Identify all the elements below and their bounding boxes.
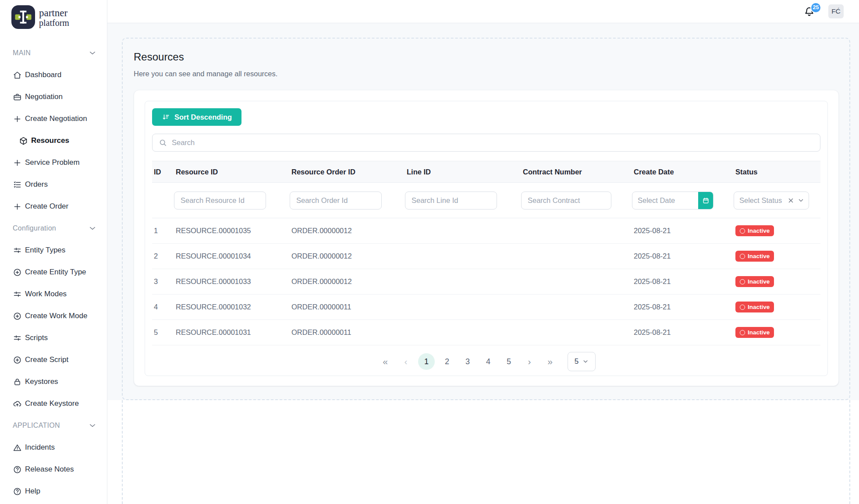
sidebar-item-create-negotiation[interactable]: Create Negotiation: [0, 108, 107, 130]
brand-name: partner platform: [39, 5, 69, 28]
cell-line-id: [405, 269, 521, 295]
status-circle-icon: [740, 305, 745, 310]
notification-count-badge: 25: [810, 2, 821, 13]
page-button-1[interactable]: 1: [418, 353, 435, 370]
status-circle-icon: [740, 228, 745, 234]
sidebar-item-label: Scripts: [25, 334, 48, 342]
question-icon: [13, 465, 22, 474]
cell-create-date: 2025-08-21: [632, 295, 734, 320]
cell-create-date: 2025-08-21: [632, 320, 734, 345]
cell-status: Inactive: [734, 244, 820, 269]
sidebar-item-create-keystore[interactable]: Create Keystore: [0, 393, 107, 415]
content-background: Resources Here you can see and manage al…: [107, 23, 859, 400]
sidebar-section-header[interactable]: Configuration: [0, 217, 107, 239]
table-search: [152, 134, 820, 152]
sidebar-item-label: Service Problem: [25, 158, 80, 167]
router-outlet-container: Resources Here you can see and manage al…: [122, 38, 850, 400]
sidebar-item-create-work-mode[interactable]: Create Work Mode: [0, 305, 107, 327]
notifications-button[interactable]: 25: [803, 6, 815, 18]
sidebar-item-help[interactable]: Help: [0, 480, 107, 502]
sidebar-section-header[interactable]: APPLICATION: [0, 415, 107, 437]
sidebar-item-work-modes[interactable]: Work Modes: [0, 283, 107, 305]
page-button-4[interactable]: 4: [480, 353, 497, 370]
sidebar-item-label: Release Notes: [25, 465, 74, 474]
sort-descending-button[interactable]: Sort Descending: [152, 108, 241, 126]
pagination: « ‹ 12345 › » 5: [152, 352, 820, 371]
chevron-down-icon: [582, 358, 589, 365]
page-button-5[interactable]: 5: [500, 353, 517, 370]
column-header-resource-order-id: Resource Order ID: [290, 161, 405, 183]
next-page-button[interactable]: ›: [521, 353, 538, 370]
column-header-line-id: Line ID: [405, 161, 521, 183]
sidebar-item-service-problem[interactable]: Service Problem: [0, 152, 107, 174]
chevron-down-icon: [89, 49, 96, 57]
sidebar-section: Configuration Entity Types Create Entity…: [0, 217, 107, 415]
previous-page-button[interactable]: ‹: [398, 353, 414, 370]
list-icon: [13, 180, 22, 189]
table-row: 2 RESOURCE.00001034 ORDER.00000012 2025-…: [152, 244, 820, 269]
column-header-create-date: Create Date: [632, 161, 734, 183]
cell-status: Inactive: [734, 295, 820, 320]
column-header-id: ID: [152, 161, 174, 183]
sidebar-item-create-script[interactable]: Create Script: [0, 349, 107, 371]
user-avatar[interactable]: FĆ: [828, 4, 844, 18]
home-icon: [13, 71, 22, 80]
sidebar-item-keystores[interactable]: Keystores: [0, 371, 107, 393]
sidebar-item-negotiation[interactable]: Negotiation: [0, 86, 107, 108]
status-badge: Inactive: [735, 327, 774, 338]
cell-create-date: 2025-08-21: [632, 218, 734, 244]
sidebar-section-header[interactable]: MAIN: [0, 42, 107, 64]
topbar: 25 FĆ: [107, 0, 859, 23]
plus-circle-icon: [13, 312, 22, 321]
sidebar-item-orders[interactable]: Orders: [0, 174, 107, 195]
table-row: 4 RESOURCE.00001032 ORDER.00000011 2025-…: [152, 295, 820, 320]
filter-line-id-input[interactable]: [405, 192, 497, 209]
sidebar-item-create-order[interactable]: Create Order: [0, 195, 107, 217]
search-input[interactable]: [172, 138, 814, 147]
page-button-3[interactable]: 3: [459, 353, 476, 370]
page-size-select[interactable]: 5: [568, 352, 596, 371]
filter-order-id-input[interactable]: [290, 192, 382, 209]
sliders-icon: [13, 246, 22, 255]
sidebar-item-resources[interactable]: Resources: [0, 130, 107, 152]
table-row: 5 RESOURCE.00001031 ORDER.00000011 2025-…: [152, 320, 820, 345]
page-button-2[interactable]: 2: [439, 353, 455, 370]
sidebar-item-label: Incidents: [25, 443, 55, 452]
sidebar-item-incidents[interactable]: Incidents: [0, 437, 107, 458]
filter-status-select[interactable]: Select Status: [734, 192, 809, 209]
status-badge: Inactive: [735, 302, 774, 312]
cell-status: Inactive: [734, 320, 820, 345]
sidebar-item-create-entity-type[interactable]: Create Entity Type: [0, 261, 107, 283]
filter-resource-id-input[interactable]: [174, 192, 266, 209]
cell-resource-id: RESOURCE.00001034: [174, 244, 290, 269]
first-page-button[interactable]: «: [377, 353, 394, 370]
sidebar-item-dashboard[interactable]: Dashboard: [0, 64, 107, 86]
brand-logo[interactable]: partner platform: [0, 0, 107, 29]
sidebar-item-entity-types[interactable]: Entity Types: [0, 239, 107, 261]
cell-contract: [521, 244, 632, 269]
column-header-contract-number: Contract Number: [521, 161, 632, 183]
status-circle-icon: [740, 330, 745, 335]
status-placeholder: Select Status: [739, 196, 784, 205]
status-circle-icon: [740, 279, 745, 284]
plus-icon: [13, 202, 22, 211]
page-title: Resources: [134, 51, 839, 63]
cell-order-id: ORDER.00000011: [290, 295, 405, 320]
sidebar-item-scripts[interactable]: Scripts: [0, 327, 107, 349]
sidebar-item-release-notes[interactable]: Release Notes: [0, 458, 107, 480]
sidebar-nav: MAIN Dashboard Negotiation Create Negoti…: [0, 42, 107, 502]
plus-icon: [13, 158, 22, 167]
last-page-button[interactable]: »: [542, 353, 558, 370]
filter-contract-input[interactable]: [521, 192, 611, 209]
cell-id: 5: [152, 320, 174, 345]
status-label: Inactive: [748, 304, 770, 310]
filter-date-picker[interactable]: Select Date: [632, 192, 713, 209]
table-filter-row: Select Date: [152, 183, 820, 218]
cell-id: 2: [152, 244, 174, 269]
chevron-down-icon: [89, 422, 96, 429]
cell-resource-id: RESOURCE.00001035: [174, 218, 290, 244]
calendar-button[interactable]: [698, 192, 713, 209]
status-label: Inactive: [748, 253, 770, 259]
status-label: Inactive: [748, 227, 770, 234]
clear-icon[interactable]: [788, 197, 794, 204]
